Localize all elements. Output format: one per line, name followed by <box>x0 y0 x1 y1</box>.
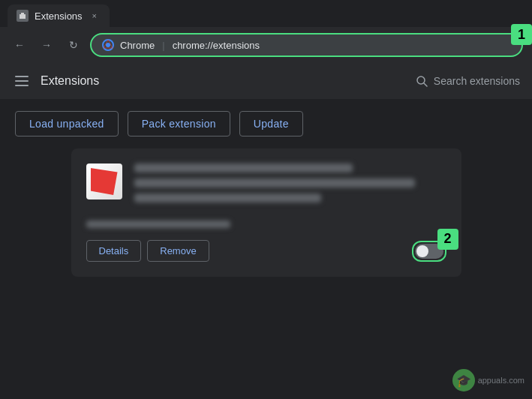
tab-bar: Extensions × <box>0 0 532 27</box>
chrome-logo-icon <box>102 39 114 51</box>
extension-name-blurred <box>134 164 353 172</box>
tab-close-button[interactable]: × <box>89 10 101 22</box>
extension-footer-blurred <box>86 220 230 228</box>
site-name: Chrome <box>120 40 155 51</box>
extension-tab-icon <box>17 10 29 22</box>
details-button[interactable]: Details <box>86 240 142 262</box>
url-text: chrome://extensions <box>173 40 260 51</box>
extension-card-buttons: Details Remove 2 <box>86 240 446 262</box>
extensions-toolbar: Load unpacked Pack extension Update <box>0 99 532 148</box>
extension-info <box>134 164 446 208</box>
extension-desc-blurred <box>134 178 415 188</box>
watermark-text: appuals.com <box>478 376 524 385</box>
tab-title: Extensions <box>35 10 83 22</box>
search-area[interactable]: Search extensions <box>416 75 520 87</box>
toggle-wrapper: 2 <box>412 241 446 262</box>
extensions-content: Details Remove 2 <box>0 148 532 277</box>
url-separator: | <box>162 40 164 51</box>
update-button[interactable]: Update <box>239 111 303 136</box>
svg-point-3 <box>106 43 110 47</box>
pack-extension-button[interactable]: Pack extension <box>128 111 230 136</box>
watermark-icon: 🎓 <box>452 369 475 392</box>
svg-line-5 <box>424 83 427 86</box>
extensions-header: Extensions Search extensions <box>0 63 532 99</box>
hamburger-menu[interactable] <box>12 73 32 89</box>
roblox-icon <box>91 168 118 195</box>
search-icon <box>416 75 428 87</box>
search-label: Search extensions <box>434 75 520 87</box>
refresh-button[interactable]: ↻ <box>63 34 84 56</box>
forward-button[interactable]: → <box>36 34 57 56</box>
extensions-page: Extensions Search extensions Load unpack… <box>0 63 532 399</box>
browser-chrome: Extensions × ← → ↻ Chrome | chrome://ext… <box>0 0 532 63</box>
extension-version-blurred <box>134 194 322 202</box>
extension-card-header <box>86 164 446 208</box>
browser-tab[interactable]: Extensions × <box>8 4 110 27</box>
watermark: 🎓 appuals.com <box>452 369 524 392</box>
toggle-knob <box>416 245 428 257</box>
remove-button[interactable]: Remove <box>147 240 209 262</box>
back-button[interactable]: ← <box>9 34 30 56</box>
extension-icon <box>86 164 122 200</box>
svg-rect-1 <box>21 13 24 14</box>
extensions-title: Extensions <box>41 74 407 88</box>
step2-badge: 2 <box>437 229 458 250</box>
address-bar[interactable]: Chrome | chrome://extensions 1 <box>90 33 523 57</box>
extension-card: Details Remove 2 <box>71 148 461 277</box>
step1-badge: 1 <box>511 24 532 45</box>
address-bar-row: ← → ↻ Chrome | chrome://extensions 1 <box>0 27 532 63</box>
load-unpacked-button[interactable]: Load unpacked <box>15 111 119 136</box>
